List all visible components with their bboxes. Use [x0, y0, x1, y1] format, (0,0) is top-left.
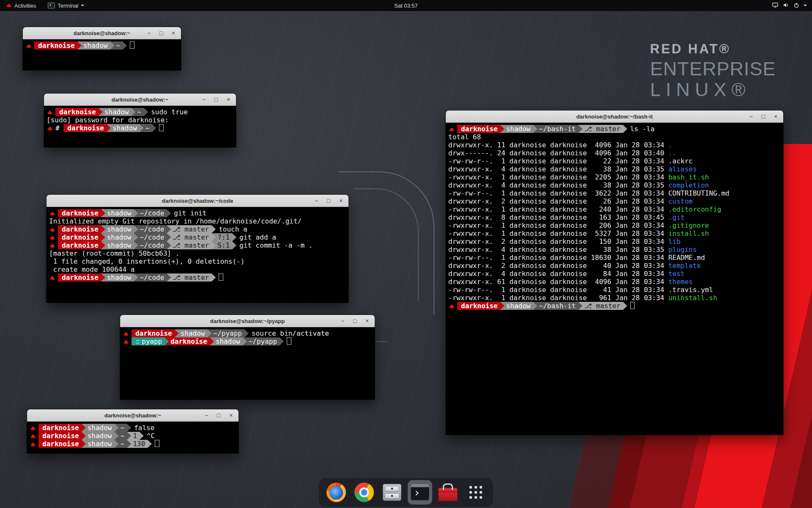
close-button[interactable]: × — [771, 112, 780, 121]
terminal-line: drwxrwxr-x. 11 darknoise darknoise 4096 … — [448, 141, 781, 149]
terminal-content[interactable]: darknoiseshadow~/pyappsource bin/activat… — [120, 327, 375, 400]
toolbox-icon — [438, 488, 458, 501]
terminal-window-code: darknoise@shadow:~/code − □ × darknoises… — [47, 195, 348, 303]
dock-item-toolbox[interactable] — [436, 480, 460, 505]
redhat-prompt-icon — [123, 338, 129, 346]
redhat-prompt-icon — [47, 108, 53, 116]
clock-label[interactable]: Sat 03:57 — [394, 3, 418, 9]
terminal-window-pyapp: darknoise@shadow:~/pyapp − □ × darknoise… — [120, 315, 375, 400]
terminal-line: -rw-rw-r--. 1 darknoise darknoise 41 Jan… — [448, 286, 781, 294]
prompt-segment-user: darknoise — [38, 432, 86, 440]
prompt-segment-user: darknoise — [457, 125, 505, 133]
window-titlebar[interactable]: darknoise@shadow:~ − □ × — [27, 409, 239, 422]
prompt-segment-path: ~/code — [134, 241, 171, 249]
terminal-line: drwxrwxr-x. 2 darknoise darknoise 26 Jan… — [448, 197, 781, 205]
terminal-line: create mode 100644 a — [49, 265, 346, 273]
redhat-prompt-icon — [449, 125, 455, 133]
window-titlebar[interactable]: darknoise@shadow:~ − □ × — [23, 27, 181, 39]
prompt-segment-path: ~/code — [134, 209, 171, 217]
terminal-content[interactable]: darknoiseshadow~/codegit initInitialized… — [47, 207, 348, 303]
terminal-line: -rwxrwxr-x. 1 darknoise darknoise 240 Ja… — [448, 205, 781, 213]
maximize-button[interactable]: □ — [324, 196, 333, 205]
terminal-line: darknoiseshadow~/code⎇ master — [49, 273, 346, 282]
window-title: darknoise@shadow:~ — [104, 412, 161, 419]
close-button[interactable]: × — [337, 196, 345, 205]
window-titlebar[interactable]: darknoise@shadow:~/pyapp − □ × — [120, 315, 375, 327]
close-button[interactable]: × — [363, 317, 371, 325]
terminal-line: [master (root-commit) 50bcb63] . — [49, 249, 346, 257]
terminal-line: drwxrwxr-x. 4 darknoise darknoise 84 Jan… — [448, 270, 781, 278]
dock-item-terminal[interactable] — [408, 480, 432, 505]
prompt-segment-user: darknoise — [132, 329, 179, 337]
terminal-line: darknoiseshadow~/code⎇ mastertouch a — [49, 225, 346, 233]
terminal-content[interactable]: darknoiseshadow~sudo true[sudo] password… — [44, 106, 236, 147]
maximize-button[interactable]: □ — [759, 112, 768, 121]
file-name: CONTRIBUTING.md — [668, 189, 730, 197]
prompt-segment-git: ⎇ master — [578, 125, 627, 133]
dock-item-files[interactable] — [380, 480, 404, 505]
clock: Sat 03:57 — [0, 3, 812, 9]
chrome-icon — [354, 483, 374, 502]
prompt-segment-host: shadow — [500, 125, 538, 133]
maximize-button[interactable]: □ — [157, 29, 165, 37]
close-button[interactable]: × — [169, 29, 178, 37]
prompt-segment-path: ~/bash-it — [533, 302, 583, 310]
redhat-prompt-icon — [49, 274, 56, 282]
redhat-prompt-icon — [49, 210, 56, 218]
prompt-segment-git: ⎇ master — [167, 233, 216, 241]
redhat-prompt-icon — [26, 42, 32, 50]
prompt-segment-host: shadow — [82, 424, 119, 432]
minimize-button[interactable]: − — [338, 317, 347, 325]
dock-item-firefox[interactable] — [324, 480, 348, 505]
maximize-button[interactable]: □ — [351, 317, 359, 325]
prompt-segment-host: shadow — [107, 124, 144, 132]
close-button[interactable]: × — [224, 95, 233, 104]
minimize-button[interactable]: − — [200, 95, 208, 104]
close-button[interactable]: × — [227, 411, 235, 420]
minimize-button[interactable]: − — [747, 112, 755, 121]
prompt-segment-host: shadow — [101, 273, 138, 282]
window-titlebar[interactable]: darknoise@shadow:~/code − □ × — [47, 195, 348, 207]
terminal-content[interactable]: darknoiseshadow~falsedarknoiseshadow~1^C… — [27, 422, 239, 453]
prompt-segment-host: shadow — [77, 41, 115, 50]
terminal-window-home-1: darknoise@shadow:~ − □ × darknoiseshadow… — [23, 27, 181, 70]
redhat-prompt-icon — [30, 440, 36, 448]
terminal-line: drwxrwxr-x. 2 darknoise darknoise 150 Ja… — [448, 237, 781, 246]
terminal-window-bash-it: darknoise@shadow:~/bash-it − □ × darknoi… — [446, 110, 783, 435]
terminal-content[interactable]: darknoiseshadow~/bash-it⎇ masterls -lato… — [446, 123, 783, 435]
terminal-content[interactable]: darknoiseshadow~ — [23, 39, 181, 70]
maximize-button[interactable]: □ — [214, 411, 223, 420]
prompt-segment-git: ⎇ master — [578, 302, 627, 310]
file-name: . — [668, 141, 672, 149]
wallpaper-circuit-line — [354, 188, 419, 301]
prompt-segment-host: shadow — [101, 233, 138, 241]
terminal-line: darknoiseshadow~/code⎇ masterS:1git comm… — [49, 241, 346, 249]
prompt-segment-venv: pyapp — [132, 337, 169, 345]
terminal-line: -rw-rw-r--. 1 darknoise darknoise 3622 J… — [448, 189, 781, 197]
window-titlebar[interactable]: darknoise@shadow:~ − □ × — [44, 94, 236, 106]
prompt-segment-host: shadow — [175, 329, 212, 337]
prompt-segment-host: shadow — [500, 302, 538, 310]
terminal-window-home-2: darknoise@shadow:~ − □ × darknoiseshadow… — [27, 409, 239, 453]
prompt-segment-host: shadow — [82, 432, 119, 440]
minimize-button[interactable]: − — [312, 196, 321, 205]
file-name: install.sh — [668, 229, 709, 237]
prompt-segment-host: shadow — [101, 225, 138, 233]
dock-item-app-grid[interactable] — [464, 480, 488, 505]
terminal-line: drwxrwxr-x. 61 darknoise darknoise 4096 … — [448, 278, 781, 286]
prompt-segment-git: ⎇ master — [167, 225, 216, 233]
prompt-segment-path: ~/code — [134, 225, 171, 233]
terminal-line: darknoiseshadow~ — [25, 41, 178, 50]
terminal-line: pyappdarknoiseshadow~/pyapp — [123, 337, 372, 345]
dock-item-chrome[interactable] — [352, 480, 376, 505]
prompt-segment-user: darknoise — [457, 302, 505, 310]
terminal-line: -rwxrwxr-x. 1 darknoise darknoise 206 Ja… — [448, 221, 781, 229]
window-titlebar[interactable]: darknoise@shadow:~/bash-it − □ × — [446, 110, 783, 123]
file-name: .gitignore — [668, 221, 709, 229]
minimize-button[interactable]: − — [202, 411, 211, 420]
brand-red-hat: RED HAT® — [650, 42, 776, 55]
minimize-button[interactable]: − — [145, 29, 153, 37]
maximize-button[interactable]: □ — [212, 95, 220, 104]
terminal-line: -rwxrwxr-x. 1 darknoise darknoise 2205 J… — [448, 173, 781, 181]
prompt-segment-user: darknoise — [58, 273, 105, 282]
